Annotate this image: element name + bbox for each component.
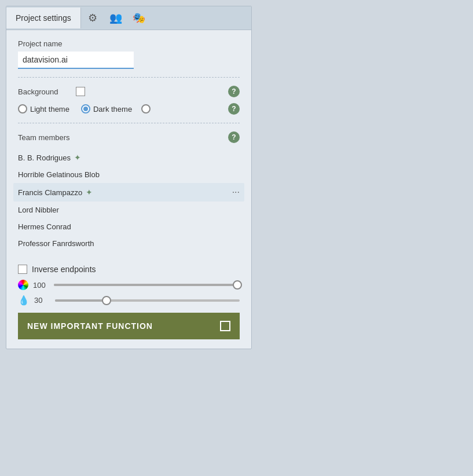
color-slider-track[interactable] bbox=[54, 284, 240, 286]
opacity-slider-value: 30 bbox=[34, 296, 50, 305]
member-name: Hermes Conrad bbox=[18, 222, 71, 231]
opacity-slider-thumb[interactable] bbox=[102, 296, 111, 305]
tab-title: Project settings bbox=[6, 8, 81, 28]
color-slider-value: 100 bbox=[33, 281, 49, 290]
background-row: Background ? bbox=[18, 86, 240, 97]
project-settings-panel: Project settings ⚙ 👥 🎭 Project name Back… bbox=[6, 6, 252, 349]
member-row-highlighted: Francis Clampazzo ✦ ··· bbox=[13, 183, 244, 202]
star-icon: ✦ bbox=[86, 188, 93, 197]
team-help-icon[interactable]: ? bbox=[228, 131, 240, 143]
project-name-input[interactable] bbox=[18, 52, 134, 69]
star-icon: ✦ bbox=[74, 153, 81, 162]
theme-row: Light theme Dark theme ? bbox=[18, 103, 240, 115]
background-help-icon[interactable]: ? bbox=[228, 86, 240, 97]
opacity-slider-track[interactable] bbox=[55, 299, 240, 302]
color-slider-fill bbox=[54, 284, 240, 286]
member-menu-dots[interactable]: ··· bbox=[232, 187, 240, 197]
tabs-header: Project settings ⚙ 👥 🎭 bbox=[6, 6, 251, 30]
color-slider-thumb[interactable] bbox=[233, 280, 242, 290]
member-row: Hermes Conrad bbox=[18, 218, 240, 235]
colorwheel-icon bbox=[18, 280, 28, 290]
settings-tab-icon[interactable]: ⚙ bbox=[81, 6, 104, 30]
member-name: Lord Nibbler bbox=[18, 206, 59, 214]
theme-help-icon[interactable]: ? bbox=[228, 103, 240, 115]
member-name: Professor Fanrdsworth bbox=[18, 239, 94, 248]
roles-tab-icon[interactable]: 🎭 bbox=[127, 6, 151, 30]
main-content: Project name Background ? Light theme bbox=[6, 30, 251, 349]
member-row: B. B. Rodrigues ✦ bbox=[18, 149, 240, 166]
new-function-label: NEW IMPORTANT FUNCTION bbox=[27, 321, 153, 331]
inverse-endpoints-row: Inverse endpoints bbox=[18, 265, 240, 274]
team-tab-icon[interactable]: 👥 bbox=[104, 6, 127, 30]
inverse-endpoints-label: Inverse endpoints bbox=[32, 265, 96, 274]
member-name: Francis Clampazzo bbox=[18, 188, 82, 197]
dark-theme-radio-2[interactable] bbox=[141, 104, 151, 113]
light-theme-option[interactable]: Light theme bbox=[18, 104, 69, 113]
member-row: Professor Fanrdsworth bbox=[18, 235, 240, 252]
dark-theme-label: Dark theme bbox=[93, 105, 132, 113]
color-slider-row: 100 bbox=[18, 280, 240, 290]
radio-dot bbox=[83, 107, 88, 111]
member-row: Horrible Gelatinous Blob bbox=[18, 166, 240, 183]
opacity-slider-fill bbox=[55, 299, 107, 302]
inverse-endpoints-checkbox[interactable] bbox=[18, 265, 27, 274]
team-section: Team members ? B. B. Rodrigues ✦ Horribl… bbox=[18, 131, 240, 258]
team-section-title: Team members bbox=[18, 133, 70, 142]
theme-options: Light theme Dark theme bbox=[18, 104, 151, 113]
light-theme-radio[interactable] bbox=[18, 104, 27, 113]
divider-2 bbox=[18, 123, 240, 123]
new-important-function-button[interactable]: NEW IMPORTANT FUNCTION bbox=[18, 313, 240, 339]
member-name: B. B. Rodrigues bbox=[18, 153, 71, 162]
dark-theme-radio[interactable] bbox=[81, 104, 90, 113]
light-theme-label: Light theme bbox=[30, 105, 69, 113]
new-function-square-icon bbox=[220, 321, 230, 331]
project-name-label: Project name bbox=[18, 39, 240, 48]
background-label: Background bbox=[18, 87, 76, 96]
team-section-header: Team members ? bbox=[18, 131, 240, 143]
background-checkbox[interactable] bbox=[76, 87, 85, 96]
divider-1 bbox=[18, 77, 240, 78]
dark-theme-option[interactable]: Dark theme bbox=[81, 104, 132, 113]
member-row: Lord Nibbler bbox=[18, 202, 240, 218]
opacity-slider-row: 💧 30 bbox=[18, 295, 240, 306]
member-name: Horrible Gelatinous Blob bbox=[18, 170, 100, 179]
waterdrop-icon: 💧 bbox=[18, 295, 30, 306]
